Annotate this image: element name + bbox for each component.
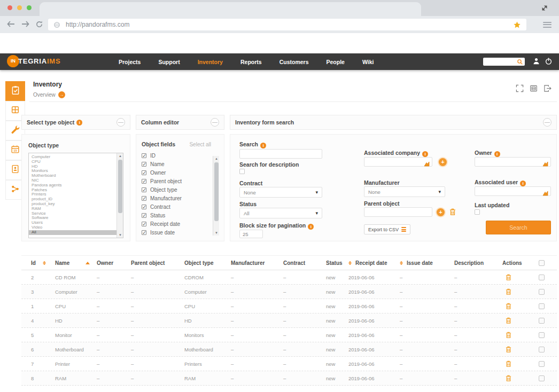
export-icon[interactable] [544,84,552,95]
fullscreen-icon[interactable] [516,84,524,95]
field-row-object-type[interactable]: ✓Object type [142,185,211,194]
contract-select[interactable]: None [239,187,322,198]
listbox-scrollbar[interactable]: ▲▼ [117,153,123,238]
object-type-listbox[interactable]: ComputerCPUHDMonitorsMotherboardNICPando… [28,153,123,238]
info-icon[interactable]: i [76,120,82,126]
column-header-receipt-date[interactable]: Receipt date [344,260,395,266]
field-checkbox[interactable]: ✓ [142,153,146,158]
field-checkbox[interactable]: ✓ [142,179,146,184]
field-row-id[interactable]: ✓ID [142,151,211,160]
field-row-issue-date[interactable]: ✓Issue date [142,228,211,237]
object-type-option[interactable]: product_key [32,202,115,207]
info-icon[interactable]: i [308,224,314,230]
field-checkbox[interactable]: ✓ [142,213,146,218]
field-checkbox[interactable]: ✓ [142,196,146,201]
browser-menu-icon[interactable] [543,20,552,29]
field-checkbox[interactable]: ✓ [142,205,146,209]
delete-row-trash-icon[interactable] [506,346,511,353]
maximize-window-button[interactable] [27,5,32,10]
browser-tab[interactable] [40,2,421,16]
search-input[interactable] [239,149,322,159]
info-icon[interactable]: i [260,143,266,148]
column-header-issue-date[interactable]: Issue date [395,260,450,266]
info-icon[interactable]: i [494,151,500,157]
minimize-window-button[interactable] [17,5,22,10]
search-submit-button[interactable]: Search [486,221,551,234]
nav-item-reports[interactable]: Reports [240,59,262,65]
field-row-status[interactable]: ✓Status [142,211,211,219]
clear-parent-trash-icon[interactable] [449,208,456,216]
info-icon[interactable]: i [520,181,526,186]
object-type-option[interactable]: All [29,230,123,235]
nav-item-support[interactable]: Support [158,59,180,65]
url-text[interactable]: http://pandorafms.com [66,21,513,28]
add-parent-button[interactable]: + [437,208,445,216]
associated-company-input[interactable] [364,157,432,167]
search-description-checkbox[interactable] [239,169,245,174]
field-checkbox[interactable]: ✓ [142,230,146,235]
bookmark-star-icon[interactable] [513,21,521,29]
row-checkbox[interactable] [539,318,545,324]
field-row-owner[interactable]: ✓Owner [142,168,211,177]
associated-user-input[interactable] [475,186,551,196]
object-type-option[interactable]: Software [32,216,115,221]
navbar-search-input[interactable] [483,58,525,66]
field-checkbox[interactable]: ✓ [142,222,146,226]
report-icon[interactable] [530,84,538,95]
row-checkbox[interactable] [539,361,545,367]
column-header-name[interactable]: Name [51,260,92,266]
row-checkbox[interactable] [539,275,545,280]
row-checkbox[interactable] [539,289,545,295]
column-header-id[interactable]: Id [21,260,51,266]
column-header-checkbox[interactable] [534,260,557,266]
lookup-icon[interactable] [542,159,549,169]
sort-asc-icon[interactable] [86,262,90,264]
close-window-button[interactable] [7,5,12,10]
sidebar-item-inventory[interactable] [5,81,25,101]
user-icon[interactable] [532,57,540,67]
owner-input[interactable] [475,157,551,167]
window-expand-icon[interactable] [541,4,548,14]
collapse-button[interactable]: — [543,118,552,127]
select-all-link[interactable]: Select all [189,142,211,147]
breadcrumb-arrow-icon[interactable]: → [58,91,65,98]
field-row-contract[interactable]: ✓Contract [142,202,211,211]
select-all-checkbox[interactable] [539,260,545,266]
delete-row-trash-icon[interactable] [506,288,511,295]
object-type-option[interactable]: Motherboard [32,174,115,178]
info-icon[interactable]: i [422,151,428,157]
export-csv-button[interactable]: Export to CSV [364,224,410,234]
delete-row-trash-icon[interactable] [506,303,511,310]
reload-icon[interactable] [35,20,43,30]
block-size-input[interactable] [239,230,263,238]
field-row-manufacturer[interactable]: ✓Manufacturer [142,194,211,202]
delete-row-trash-icon[interactable] [506,360,511,367]
row-checkbox[interactable] [539,375,545,381]
object-type-option[interactable]: Users [32,221,115,225]
fields-scrollbar[interactable]: ▲ ▼ [213,156,219,236]
add-company-button[interactable]: + [439,158,447,166]
row-checkbox[interactable] [539,332,545,338]
delete-row-trash-icon[interactable] [506,317,511,324]
object-type-option[interactable]: CPU [32,160,115,164]
lookup-icon[interactable] [542,189,549,198]
row-checkbox[interactable] [539,347,545,352]
object-type-option[interactable]: Computer [32,155,115,160]
field-row-parent-object[interactable]: ✓Parent object [142,177,211,185]
collapse-button[interactable]: — [211,118,219,127]
sort-icon[interactable] [348,261,352,265]
nav-item-projects[interactable]: Projects [119,59,141,65]
status-select[interactable]: All [239,208,322,218]
field-row-receipt-date[interactable]: ✓Receipt date [142,219,211,228]
nav-item-people[interactable]: People [327,59,345,65]
field-checkbox[interactable]: ✓ [142,162,146,167]
url-bar[interactable]: http://pandorafms.com [48,19,526,30]
integria-logo[interactable]: IN TEGRIAIMS [7,55,60,67]
parent-object-input[interactable] [364,207,432,217]
field-row-name[interactable]: ✓Name [142,160,211,168]
object-type-option[interactable]: Video [32,225,115,230]
sort-icon[interactable] [400,261,403,265]
last-updated-checkbox[interactable] [475,209,480,215]
field-checkbox[interactable]: ✓ [142,187,146,192]
delete-row-trash-icon[interactable] [506,375,511,382]
